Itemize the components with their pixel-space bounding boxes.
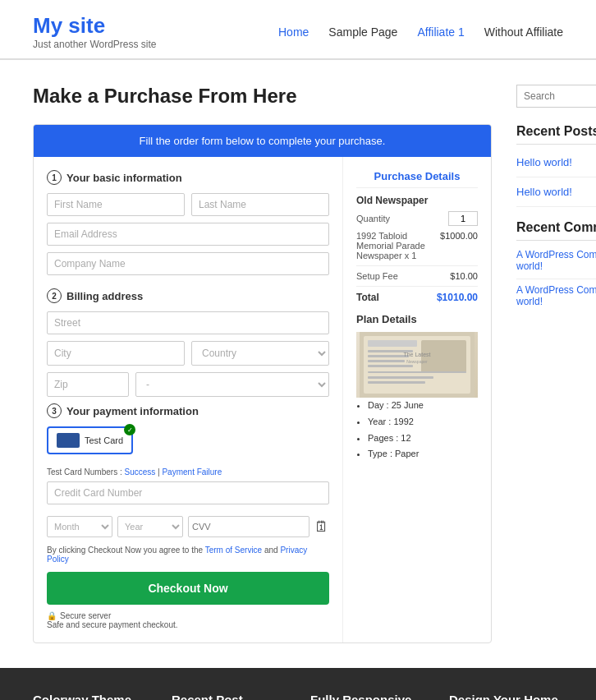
email-input[interactable] [47,223,329,246]
step2-circle: 2 [47,288,62,303]
svg-text:The Latest: The Latest [403,352,430,357]
footer-col1-title: Colorway Theme [33,693,147,700]
comment-2: A WordPress Commenter on Hello world! [516,284,596,307]
region-select[interactable]: - [135,372,329,397]
order-form-container: Fill the order form below to complete yo… [33,124,492,643]
recent-post-1[interactable]: Hello world! [516,153,596,172]
form-header-text: Fill the order form below to complete yo… [34,125,491,157]
main-nav: Home Sample Page Affiliate 1 Without Aff… [278,25,563,39]
checkout-button[interactable]: Checkout Now [47,572,329,605]
svg-rect-5 [368,360,405,362]
recent-comments-title: Recent Comments [516,220,596,241]
comment1-author[interactable]: A WordPress Commenter [516,249,596,260]
svg-rect-8 [368,371,466,373]
svg-rect-6 [368,365,413,367]
terms-text: By clicking Checkout Now you agree to th… [47,546,329,564]
section1-title: 1 Your basic information [47,170,329,185]
footer-col4-title: Design Your Home [449,693,563,700]
site-header: My site Just another WordPress site Home… [0,0,596,60]
svg-rect-2 [368,340,417,347]
name-row [47,193,329,216]
company-input[interactable] [47,252,329,275]
form-right: Purchase Details Old Newspaper Quantity … [343,157,491,642]
section2-title: 2 Billing address [47,288,329,303]
lock-icon: 🔒 [47,611,57,620]
nav-home[interactable]: Home [278,25,309,39]
city-country-row: Country [47,341,329,366]
card-icon [57,433,80,448]
nav-without-affiliate[interactable]: Without Affiliate [484,25,563,39]
zip-input[interactable] [47,372,129,397]
site-branding: My site Just another WordPress site [33,13,157,50]
city-input[interactable] [47,341,185,366]
footer-col-3: Fully Responsive Colorway is a unique re… [310,693,424,700]
qty-input[interactable] [448,211,478,226]
total-label: Total [356,292,379,303]
month-year-cvv-row: Month Year 🗓 [47,516,329,537]
year-select[interactable]: Year [117,516,183,537]
zip-row: - [47,372,329,397]
setup-fee-label: Setup Fee [356,271,398,281]
plan-day: Day : 25 June [368,398,478,414]
safe-text: Safe and secure payment checkout. [47,620,329,629]
cc-number-input[interactable] [47,481,329,504]
section3-title: 3 Your payment information [47,403,329,418]
check-badge: ✓ [124,424,135,435]
svg-rect-10 [368,381,425,384]
plan-year: Year : 1992 [368,414,478,431]
country-select[interactable]: Country [191,341,329,366]
form-left: 1 Your basic information 2 Billing addre… [34,157,343,642]
page-title: Make a Purchase From Here [33,85,492,108]
payment-options: Test Card ✓ [47,426,329,461]
footer-col-2: Recent Post Worth A Thousand Words Categ… [172,693,286,700]
comment-1: A WordPress Commenter on Hello world! [516,249,596,272]
sidebar: 🔍 Recent Posts Hello world! Hello world!… [516,85,596,643]
calendar-icon: 🗓 [314,516,329,537]
site-tagline: Just another WordPress site [33,39,157,50]
setup-fee: $10.00 [450,271,478,281]
step3-circle: 3 [47,403,62,418]
last-name-input[interactable] [191,193,329,216]
month-select[interactable]: Month [47,516,112,537]
terms-of-service-link[interactable]: Term of Service [205,546,262,555]
plan-type: Type : Paper [368,446,478,463]
content-area: Make a Purchase From Here Fill the order… [33,85,492,643]
footer-col-4: Design Your Home Express your creativity… [449,693,563,700]
setup-fee-row: Setup Fee $10.00 [356,271,478,281]
secure-server-row: 🔒 Secure server [47,611,329,620]
product-price: $1000.00 [440,231,478,260]
total-price: $1010.00 [437,292,478,303]
search-input[interactable] [517,85,596,107]
nav-affiliate1[interactable]: Affiliate 1 [417,25,464,39]
recent-posts-title: Recent Posts [516,124,596,145]
success-link[interactable]: Success [124,467,155,477]
footer-col-1: Colorway Theme Footer is widgetized. To … [33,693,147,700]
street-input[interactable] [47,311,329,334]
search-box: 🔍 [516,85,596,108]
plan-title: Plan Details [356,313,478,325]
step1-circle: 1 [47,170,62,185]
test-card-label: Test Card [85,435,123,445]
plan-pages: Pages : 12 [368,431,478,447]
form-body: 1 Your basic information 2 Billing addre… [34,157,491,642]
footer-main: Colorway Theme Footer is widgetized. To … [0,668,596,700]
cvv-input[interactable] [188,516,309,537]
plan-image: The Latest Newspaper [356,332,478,398]
product-line: 1992 Tabloid Memorial Parade Newspaper x… [356,231,440,260]
site-title: My site [33,13,157,39]
svg-text:Newspaper: Newspaper [406,359,428,364]
purchase-title: Purchase Details [356,170,478,188]
qty-label: Quantity [356,214,390,223]
qty-row: Quantity [356,211,478,226]
nav-sample-page[interactable]: Sample Page [328,25,397,39]
test-card-option[interactable]: Test Card ✓ [47,426,133,454]
svg-rect-9 [368,376,433,379]
total-row: Total $1010.00 [356,292,478,303]
recent-post-2[interactable]: Hello world! [516,182,596,201]
footer: Colorway Theme Footer is widgetized. To … [0,668,596,700]
product-price-row: 1992 Tabloid Memorial Parade Newspaper x… [356,231,478,260]
failure-link[interactable]: Payment Failure [162,467,222,477]
comment2-author[interactable]: A WordPress Commenter [516,284,596,296]
plan-details-list: Day : 25 June Year : 1992 Pages : 12 Typ… [356,398,478,463]
first-name-input[interactable] [47,193,185,216]
